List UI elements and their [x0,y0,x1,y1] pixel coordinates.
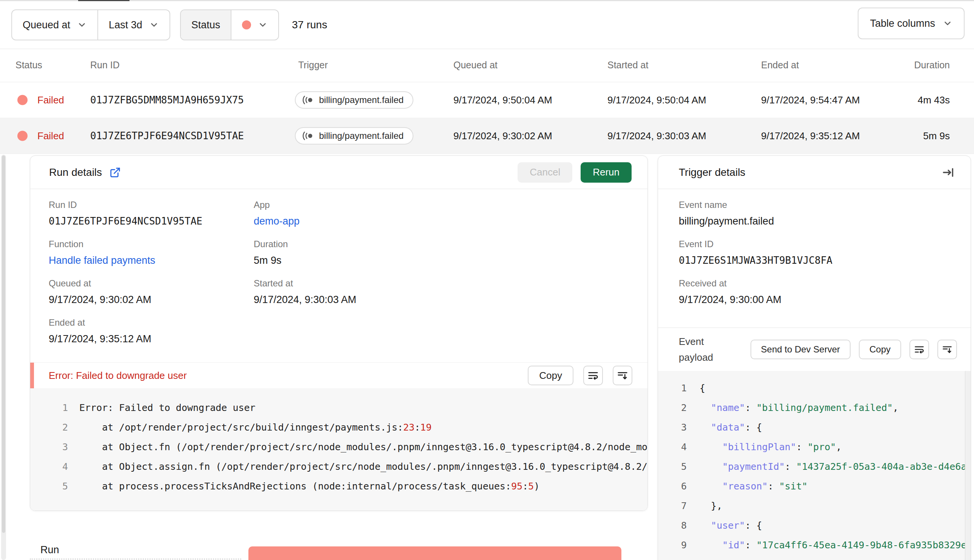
collapse-panel-icon[interactable] [942,166,955,179]
ended-at-label: Ended at [49,317,152,328]
line-number: 2 [30,418,68,437]
cancel-button[interactable]: Cancel [517,162,572,183]
wrap-text-icon [914,344,924,355]
field-started-at: Started at 9/17/2024, 9:30:03 AM [254,278,356,306]
waterfall-run-bar[interactable] [249,547,621,560]
time-range-filter-label: Last 3d [109,19,142,31]
app-label: App [254,200,300,210]
error-accent-bar [30,363,34,388]
event-name-label: Event name [679,200,774,210]
duration-cell: 5m 9s [923,130,950,142]
rerun-button[interactable]: Rerun [580,162,632,183]
duration-value: 5m 9s [254,255,288,267]
field-ended-at: Ended at 9/17/2024, 9:35:12 AM [49,317,152,345]
line-number: 9 [658,535,687,555]
started-at-cell: 9/17/2024, 9:50:04 AM [607,94,706,106]
payload-expand-button[interactable] [937,340,957,359]
scrollbar-thumb[interactable] [2,155,5,533]
table-columns-label: Table columns [870,18,935,30]
table-columns-button[interactable]: Table columns [858,8,964,39]
error-stacktrace: 1Error: Failed to downgrade user2 at /op… [30,388,647,511]
trigger-cell: billing/payment.failed [295,127,414,145]
payload-wrap-button[interactable] [909,340,929,359]
code-line: 2 at /opt/render/project/src/build/innge… [30,418,647,437]
col-ended: Ended at [761,60,799,70]
line-number: 5 [658,457,687,477]
received-at-value: 9/17/2024, 9:30:00 AM [679,294,781,306]
code-line: 3 at Object.fn (/opt/render/project/src/… [30,437,647,457]
queued-at-filter-label: Queued at [23,19,70,31]
vertical-scrollbar[interactable] [1,155,6,560]
chevron-down-icon [149,20,159,30]
field-event-name: Event name billing/payment.failed [679,200,774,227]
duration-label: Duration [254,239,288,250]
send-to-dev-server-button[interactable]: Send to Dev Server [751,340,851,359]
run-details-card: Run details Cancel Rerun Run ID 01J7ZE6T… [30,155,648,511]
queued-at-cell: 9/17/2024, 9:50:04 AM [454,94,552,106]
run-details-header: Run details Cancel Rerun [30,156,647,189]
line-number: 4 [658,437,687,457]
field-received-at: Received at 9/17/2024, 9:30:00 AM [679,278,781,306]
col-trigger: Trigger [298,60,328,70]
started-at-label: Started at [254,278,356,289]
ended-at-value: 9/17/2024, 9:35:12 AM [49,333,152,345]
send-to-dev-server-label: Send to Dev Server [761,344,840,355]
code-line: 8 "user": { [658,516,966,535]
time-filter-group: Queued at Last 3d [11,10,170,40]
event-payload-json: 1{2 "name": "billing/payment.failed",3 "… [658,371,966,560]
error-copy-button[interactable]: Copy [528,366,574,385]
chevron-down-icon [77,20,87,30]
table-row[interactable]: Failed01J7ZFBG5DMM85MJA9H659JX75billing/… [0,82,974,118]
event-payload-header: Event payload Send to Dev Server Copy [658,328,971,371]
scroll-down-icon [617,370,628,381]
event-payload-label: Event payload [679,333,713,365]
rerun-label: Rerun [593,167,619,178]
trigger-pill: billing/payment.failed [295,91,414,109]
field-function: Function Handle failed payments [49,239,155,267]
queued-at-value: 9/17/2024, 9:30:02 AM [49,294,152,306]
waterfall-dotted-line [30,558,241,560]
wrap-text-button[interactable] [583,366,603,385]
line-number: 6 [658,477,687,496]
status-cell: Failed [17,130,64,142]
waterfall-run-label: Run [40,544,59,556]
queued-at-filter[interactable]: Queued at [12,10,97,40]
status-filter-label-segment[interactable]: Status [181,10,231,40]
payload-copy-label: Copy [869,344,891,355]
expand-output-button[interactable] [613,366,632,385]
code-line: 7 }, [658,496,966,516]
line-number: 7 [658,496,687,516]
ended-at-cell: 9/17/2024, 9:35:12 AM [761,130,860,142]
line-number: 1 [30,398,68,418]
payload-scrollbar[interactable] [965,371,971,560]
run-id-cell: 01J7ZFBG5DMM85MJA9H659JX75 [90,94,244,106]
event-id-label: Event ID [679,239,832,250]
time-range-filter[interactable]: Last 3d [97,10,170,40]
run-details-region: Run details Cancel Rerun Run ID 01J7ZE6T… [0,154,974,560]
status-filter-label: Status [192,19,220,31]
status-label: Failed [37,94,64,106]
received-at-label: Received at [679,278,781,289]
trigger-pill-label: billing/payment.failed [319,95,404,105]
line-number: 1 [658,378,687,398]
code-line: 10 } [658,555,966,560]
started-at-value: 9/17/2024, 9:30:03 AM [254,294,356,306]
status-cell: Failed [17,94,64,106]
code-line: 4 at Object.assign.fn (/opt/render/proje… [30,457,647,477]
trigger-pill: billing/payment.failed [295,127,414,145]
line-number: 3 [30,437,68,457]
chevron-down-icon [258,20,268,30]
app-link[interactable]: demo-app [254,215,300,227]
code-line: 5 "paymentId": "1437a25f-05a3-404a-ab3e-… [658,457,966,477]
code-line: 2 "name": "billing/payment.failed", [658,398,966,418]
line-number: 10 [658,555,687,560]
failed-status-dot [17,131,28,141]
event-broadcast-icon [302,130,314,142]
failed-status-dot [242,20,251,30]
status-filter-value[interactable] [231,10,278,40]
table-row[interactable]: Failed01J7ZE6TPJF6E94NCSD1V95TAEbilling/… [0,118,974,154]
external-link-icon[interactable] [110,167,121,178]
payload-copy-button[interactable]: Copy [859,340,901,359]
ended-at-cell: 9/17/2024, 9:54:47 AM [761,94,860,106]
function-link[interactable]: Handle failed payments [49,255,155,266]
